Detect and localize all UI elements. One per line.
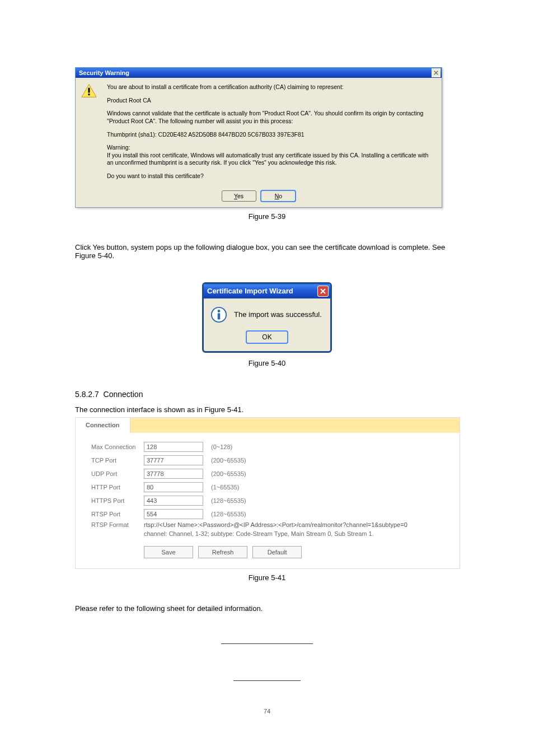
https-port-label: HTTPS Port <box>91 497 144 504</box>
security-warning-dialog: Security Warning You are about to instal… <box>75 67 442 208</box>
rtsp-port-input[interactable] <box>144 509 203 519</box>
max-connection-input[interactable] <box>144 442 203 452</box>
default-button[interactable]: Default <box>252 546 302 558</box>
tcp-port-input[interactable] <box>144 455 203 465</box>
info-icon <box>210 306 227 323</box>
https-port-input[interactable] <box>144 496 203 506</box>
rtsp-port-label: RTSP Port <box>91 511 144 517</box>
connection-panel: Connection Max Connection (0~128) TCP Po… <box>75 417 460 570</box>
import-success-dialog: Certificate Import Wizard The import was… <box>202 282 332 353</box>
svg-point-4 <box>218 310 221 312</box>
rtsp-format-line1: rtsp://<User Name>:<Password>@<IP Addres… <box>144 521 407 528</box>
paragraph: Click Yes button, system pops up the fol… <box>75 243 459 260</box>
udp-port-range: (200~65535) <box>211 470 246 477</box>
reference-table-hints <box>75 634 459 681</box>
max-connection-label: Max Connection <box>91 444 144 450</box>
no-button[interactable]: No <box>261 190 296 202</box>
close-icon[interactable] <box>317 286 329 297</box>
import-success-message: The import was successful. <box>234 310 322 319</box>
http-port-label: HTTP Port <box>91 484 144 491</box>
security-warning-text: You are about to install a certificate f… <box>107 83 436 186</box>
udp-port-input[interactable] <box>144 469 203 479</box>
figure-caption-3: Figure 5-41 <box>75 573 459 582</box>
max-connection-range: (0~128) <box>211 444 232 450</box>
paragraph: Please refer to the following sheet for … <box>75 604 459 613</box>
security-warning-title: Security Warning <box>79 69 129 76</box>
page-number: 74 <box>75 708 459 715</box>
svg-rect-5 <box>218 313 221 319</box>
figure-caption-1: Figure 5-39 <box>75 212 459 221</box>
close-icon[interactable] <box>432 68 441 77</box>
figure-caption-2: Figure 5-40 <box>75 359 459 367</box>
section-heading: 5.8.2.7 Connection <box>75 390 459 399</box>
warning-icon <box>81 83 97 98</box>
svg-rect-1 <box>88 88 90 93</box>
rtsp-format-line2: channel: Channel, 1-32; subtype: Code-St… <box>144 529 460 539</box>
tab-connection[interactable]: Connection <box>76 418 130 433</box>
rtsp-format-label: RTSP Format <box>91 521 144 528</box>
svg-rect-2 <box>88 94 90 95</box>
yes-button[interactable]: Yes <box>222 190 256 202</box>
paragraph: The connection interface is shown as in … <box>75 405 459 414</box>
save-button[interactable]: Save <box>144 546 193 558</box>
refresh-button[interactable]: Refresh <box>198 546 247 558</box>
http-port-range: (1~65535) <box>211 484 239 491</box>
rtsp-port-range: (128~65535) <box>211 511 246 517</box>
https-port-range: (128~65535) <box>211 497 246 504</box>
import-dialog-title: Certificate Import Wizard <box>207 287 293 295</box>
ok-button[interactable]: OK <box>246 331 288 343</box>
http-port-input[interactable] <box>144 482 203 492</box>
tcp-port-range: (200~65535) <box>211 457 246 464</box>
tcp-port-label: TCP Port <box>91 457 144 464</box>
udp-port-label: UDP Port <box>91 470 144 477</box>
